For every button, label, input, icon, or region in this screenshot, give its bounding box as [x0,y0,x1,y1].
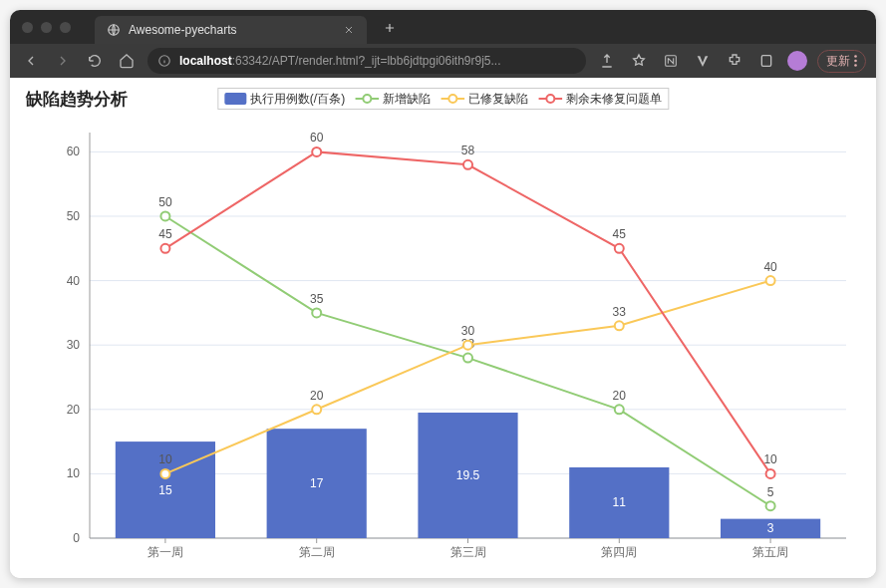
share-icon[interactable] [596,50,618,72]
titlebar: Awesome-pyecharts [10,10,876,44]
page-content: 缺陷趋势分析 执行用例数(/百条) 新增缺陷 已修复缺陷 [10,78,876,578]
browser-tab[interactable]: Awesome-pyecharts [95,16,367,44]
point-value-label: 10 [763,452,777,466]
data-point[interactable] [766,276,775,285]
v-extension-icon[interactable] [692,50,714,72]
x-tick-label: 第二周 [299,545,335,559]
bar-value-label: 17 [310,476,324,490]
data-point[interactable] [615,244,624,253]
svg-point-4 [854,55,857,58]
data-point[interactable] [615,405,624,414]
bar-value-label: 19.5 [456,468,480,482]
data-point[interactable] [312,405,321,414]
point-value-label: 40 [763,260,777,274]
x-tick-label: 第一周 [148,545,183,559]
url-port: :63342 [232,54,269,68]
point-value-label: 5 [767,485,774,499]
data-point[interactable] [463,341,472,350]
data-point[interactable] [615,321,624,330]
update-button[interactable]: 更新 [817,50,866,73]
reading-list-icon[interactable] [755,50,777,72]
point-value-label: 58 [461,144,475,157]
point-value-label: 45 [158,227,172,241]
svg-point-5 [854,60,857,63]
data-point[interactable] [160,469,169,478]
x-tick-label: 第四周 [601,545,637,559]
browser-toolbar: localhost :63342 /APT/render.html?_ijt=l… [10,44,876,78]
chart-canvas: 0102030405060第一周第二周第三周第四周第五周151719.51135… [10,78,876,578]
bar-value-label: 3 [767,521,774,535]
bar-value-label: 11 [613,495,627,509]
site-info-icon[interactable] [157,54,171,68]
point-value-label: 35 [310,292,324,306]
data-point[interactable] [463,354,472,363]
data-point[interactable] [766,469,775,478]
notion-extension-icon[interactable] [660,50,682,72]
close-window-button[interactable] [22,22,33,33]
bookmark-star-icon[interactable] [628,50,650,72]
browser-window: Awesome-pyecharts localhost :6 [10,10,876,578]
data-point[interactable] [160,244,169,253]
url-host: localhost [179,54,232,68]
forward-button[interactable] [52,50,74,72]
new-tab-button[interactable] [375,21,405,39]
update-label: 更新 [826,53,850,70]
maximize-window-button[interactable] [60,22,71,33]
address-bar[interactable]: localhost :63342 /APT/render.html?_ijt=l… [148,48,586,74]
minimize-window-button[interactable] [41,22,52,33]
back-button[interactable] [20,50,42,72]
home-button[interactable] [116,50,138,72]
toolbar-icons: 更新 [596,50,866,73]
url-path: /APT/render.html?_ijt=lbb6jdtpgi06ith9r9… [268,54,500,68]
y-tick-label: 40 [67,274,81,288]
point-value-label: 20 [613,389,627,403]
globe-icon [107,23,121,37]
extensions-icon[interactable] [724,50,745,72]
profile-avatar[interactable] [787,51,807,71]
data-point[interactable] [463,160,472,169]
y-tick-label: 10 [67,466,81,480]
point-value-label: 60 [310,131,324,145]
traffic-lights [22,22,71,33]
y-tick-label: 60 [67,145,81,158]
tab-title: Awesome-pyecharts [129,23,237,37]
data-point[interactable] [312,147,321,156]
data-point[interactable] [312,308,321,317]
x-tick-label: 第三周 [450,545,486,559]
reload-button[interactable] [84,50,106,72]
close-tab-button[interactable] [343,24,355,36]
data-point[interactable] [160,211,169,220]
point-value-label: 20 [310,389,324,403]
data-point[interactable] [766,501,775,510]
point-value-label: 50 [158,195,172,209]
point-value-label: 45 [613,227,627,241]
y-tick-label: 50 [67,209,81,223]
y-tick-label: 0 [73,531,80,545]
svg-rect-3 [761,56,770,67]
point-value-label: 33 [613,305,627,319]
point-value-label: 30 [461,324,475,338]
x-tick-label: 第五周 [752,545,788,559]
svg-point-6 [854,64,857,67]
point-value-label: 10 [158,452,172,466]
y-tick-label: 20 [67,403,81,417]
y-tick-label: 30 [67,338,81,352]
bar-value-label: 15 [158,483,172,497]
